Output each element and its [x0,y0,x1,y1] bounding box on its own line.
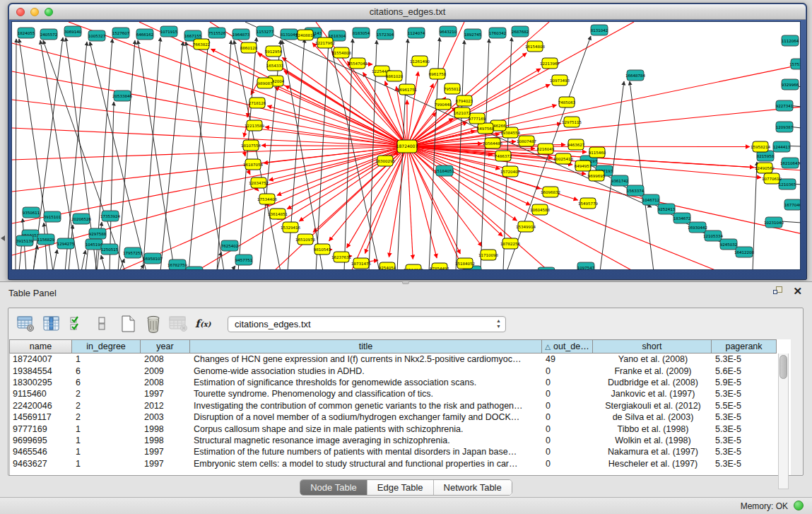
graph-node-teal[interactable]: 2405572 [40,29,58,40]
graph-node-teal[interactable]: 10231040 [764,217,784,228]
tab-edge-table[interactable]: Edge Table [367,480,434,495]
graph-node-teal[interactable]: 9245012 [538,267,555,270]
graph-node-teal[interactable]: 9227341 [776,100,794,111]
graph-node-teal[interactable]: 9329966 [782,79,799,90]
citation-edge-red[interactable] [407,146,801,234]
graph-node-yellow[interactable]: 16096832 [541,187,560,197]
graph-node-yellow[interactable]: 15349914 [516,221,536,232]
tab-node-table[interactable]: Node Table [300,480,367,495]
graph-node-yellow[interactable]: 9810541 [314,244,331,255]
graph-node-teal[interactable]: 1124074 [408,28,425,38]
graph-node-teal[interactable]: 9643210 [440,26,457,37]
table-row[interactable]: 1938455462009Genome-wide association stu… [10,365,791,376]
graph-node-teal[interactable]: 3915101 [44,211,61,222]
graph-node-yellow[interactable]: 15958214 [751,141,770,152]
graph-node-yellow[interactable]: 12213589 [245,120,264,131]
graph-node-teal[interactable]: 9350611 [23,207,40,218]
graph-node-teal[interactable]: 1250515 [101,244,119,255]
graph-node-yellow[interactable]: 9699695 [588,170,606,181]
graph-node-teal[interactable]: 1563374 [627,185,645,196]
citation-edge-black[interactable] [189,39,208,270]
column-header-title[interactable]: title [190,339,542,354]
graph-node-teal[interactable]: 12105334 [703,230,723,241]
row-selector-icon[interactable] [92,314,113,334]
float-panel-icon[interactable] [773,286,783,296]
graph-node-yellow[interactable]: 17534406 [257,194,277,204]
graph-node-teal[interactable]: 2687682 [512,26,529,37]
graph-node-teal[interactable]: 3069140 [64,26,82,37]
tab-network-table[interactable]: Network Table [434,480,512,495]
graph-node-yellow[interactable]: 6494957 [575,160,592,171]
citation-edge-red[interactable] [407,146,634,270]
graph-node-teal[interactable]: 15184051 [435,165,454,176]
graph-node-teal[interactable]: 1244413 [773,141,791,152]
citation-edge-red[interactable] [331,51,407,146]
graph-node-yellow[interactable]: 18731475 [351,258,371,269]
graph-node-teal[interactable]: 1834672 [673,213,691,223]
graph-node-yellow[interactable]: 15495779 [578,198,598,209]
graph-node-yellow[interactable]: 7485063 [558,97,576,107]
citation-edge-black[interactable] [16,39,16,270]
graph-node-teal[interactable]: 1156829 [37,234,55,245]
graph-node-yellow[interactable]: 18107554 [241,140,261,151]
column-header-pagerank[interactable]: pagerank [712,339,777,354]
graph-node-yellow[interactable]: 15547043 [348,58,367,69]
column-header-year[interactable]: year [141,339,190,354]
graph-node-yellow[interactable]: 11554808 [331,47,351,58]
column-visibility-icon[interactable] [41,314,62,334]
graph-node-yellow[interactable]: 12975115 [562,117,582,127]
graph-node-teal[interactable]: 1677046 [784,199,801,210]
graph-node-teal[interactable]: 16210643 [780,158,800,168]
graph-node-teal[interactable]: 1209387 [776,122,794,132]
graph-node-yellow[interactable]: 13614851 [268,209,288,219]
graph-node-yellow[interactable]: 22408814 [295,30,315,40]
table-row[interactable]: 1872400712008Changes of HCN gene express… [10,354,791,365]
citation-edge-black[interactable] [53,250,57,270]
graph-node-yellow[interactable]: 10604588 [530,204,550,215]
graph-node-yellow[interactable]: 12564186 [404,264,423,270]
graph-node-yellow[interactable]: 11261490 [410,56,430,66]
graph-node-yellow[interactable]: 1654333 [266,60,284,71]
citation-edge-black[interactable] [118,40,135,270]
table-scrollbar[interactable] [778,354,789,489]
graph-node-yellow[interactable]: 6497568 [477,123,495,134]
graph-node-teal[interactable]: 16782759 [167,259,187,270]
column-header-name[interactable]: name [9,339,72,354]
graph-node-teal[interactable]: 1005327 [88,30,106,41]
column-header-short[interactable]: short [593,339,712,354]
graph-node-yellow[interactable]: 12490562 [755,163,775,173]
graph-node-yellow[interactable]: 9254054 [379,262,396,270]
graph-node-teal[interactable]: 1760342 [489,28,507,38]
graph-node-teal[interactable]: 9245032 [720,239,738,250]
graph-node-teal[interactable]: 1046712 [642,194,660,205]
citation-edge-black[interactable] [231,266,235,270]
column-header-in_degree[interactable]: in_degree [72,339,141,354]
graph-node-teal[interactable]: 16958107 [143,253,163,264]
graph-node-yellow[interactable]: 6794023 [456,95,473,106]
graph-node-teal[interactable]: 16412208 [734,247,754,257]
scrollbar-thumb[interactable] [779,355,787,379]
graph-node-yellow[interactable]: 15184052 [455,258,475,269]
table-row[interactable]: 1830029562008Estimation of significance … [10,377,791,388]
graph-node-teal[interactable]: 1097547 [577,262,595,270]
table-row[interactable]: 977716911998Corpus callosum shape and si… [10,423,791,434]
table-settings-icon[interactable] [16,314,37,334]
graph-node-yellow[interactable]: 12213967 [540,58,560,69]
graph-node-teal[interactable]: 16648784 [625,70,645,81]
citation-network-graph[interactable]: 1824055240557230691401005327152760764661… [12,22,801,270]
graph-node-yellow[interactable]: 7486372 [495,151,512,161]
graph-node-yellow[interactable]: 9463627 [567,139,585,150]
graph-node-teal[interactable]: 6466162 [136,29,154,40]
collapse-panel-arrow-icon[interactable] [1,235,5,241]
graph-node-yellow[interactable]: 10973493 [550,75,570,86]
table-row[interactable]: 2242004622012Investigating the contribut… [10,400,791,411]
graph-node-yellow[interactable]: 6216049 [537,144,555,154]
network-table-select[interactable]: citations_edges.txt▲▼ [228,316,506,332]
column-header-out_de[interactable]: △out_de… [542,339,593,354]
delete-rows-icon[interactable] [143,314,164,334]
graph-node-yellow[interactable]: 17854491 [430,263,449,270]
graph-node-teal[interactable]: 9297588 [89,228,107,239]
graph-node-yellow[interactable]: 11710098 [478,250,498,260]
graph-node-yellow[interactable]: 989087 [257,78,273,88]
graph-node-yellow[interactable]: 16154808 [525,41,545,52]
